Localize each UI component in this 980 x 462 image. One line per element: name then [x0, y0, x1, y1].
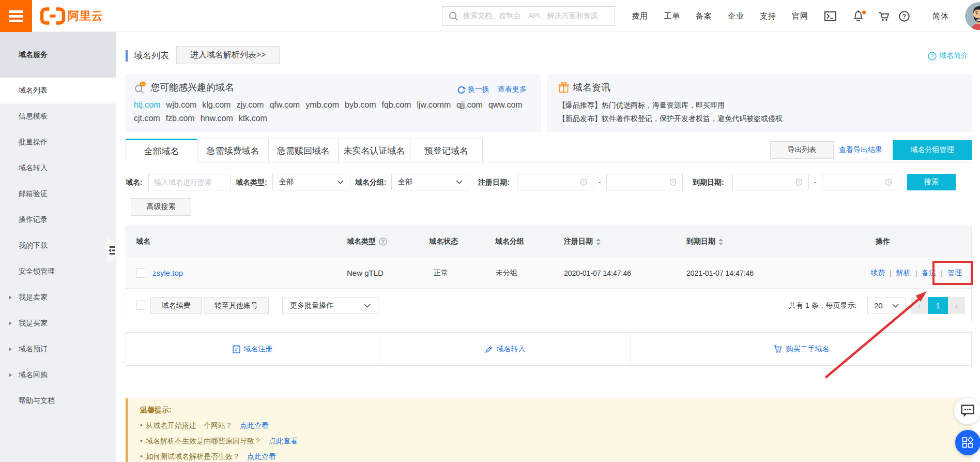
suggested-domain[interactable]: qjj.com: [456, 100, 483, 109]
nav-item-website[interactable]: 官网: [792, 11, 808, 21]
col-operations: 操作: [876, 226, 890, 257]
goto-dns-list-button[interactable]: 进入域名解析列表>>: [176, 46, 280, 64]
language-switch[interactable]: 简体: [932, 0, 949, 32]
alibaba-cloud-logo[interactable]: 阿里云: [40, 5, 103, 27]
sidebar-item-security-lock[interactable]: 安全锁管理: [0, 259, 116, 285]
batch-bar: 域名续费 转至其他账号 更多批量操作 共有 1 条，每页显示: 20 ‹ 1 ›: [126, 289, 971, 322]
sidebar-item-buyer[interactable]: 我是买家: [0, 310, 116, 336]
tab-renew-urgent[interactable]: 急需续费域名: [197, 139, 269, 162]
sidebar-item-email-verify[interactable]: 邮箱验证: [0, 181, 116, 207]
console-terminal-button[interactable]: [824, 0, 836, 32]
refresh-domains-link[interactable]: 换一换: [457, 85, 489, 94]
quicklink-transfer-in[interactable]: 域名转入: [379, 333, 631, 365]
suggested-domain[interactable]: fzb.com: [166, 114, 195, 123]
export-list-button[interactable]: 导出列表: [770, 141, 834, 159]
tab-not-verified[interactable]: 未实名认证域名: [339, 139, 410, 162]
tab-all-domains[interactable]: 全部域名: [126, 139, 197, 162]
reg-date-start-input[interactable]: [517, 174, 593, 190]
nav-item-billing[interactable]: 费用: [632, 11, 648, 21]
suggested-domain[interactable]: zjy.com: [236, 100, 264, 109]
view-more-domains-link[interactable]: 查看更多: [498, 85, 527, 94]
apps-launcher-button[interactable]: [955, 430, 980, 455]
notice-link[interactable]: 点此查看: [269, 437, 298, 445]
prev-page-button[interactable]: ‹: [911, 297, 928, 314]
nav-item-icp[interactable]: 备案: [696, 11, 712, 21]
filter-type-label: 域名类型:: [236, 178, 267, 187]
current-page[interactable]: 1: [928, 297, 948, 314]
help-circle-icon[interactable]: ?: [379, 237, 387, 246]
suggested-domain[interactable]: byb.com: [345, 100, 376, 109]
tab-preregister[interactable]: 预登记域名: [410, 139, 483, 162]
reg-date-end-input[interactable]: [606, 174, 683, 190]
row-domain-status: 正常: [434, 257, 448, 289]
suggested-domain[interactable]: ktk.com: [239, 114, 267, 123]
hamburger-menu-button[interactable]: [0, 0, 32, 32]
sort-icon[interactable]: [596, 239, 601, 245]
quicklink-register[interactable]: 域名注册: [126, 333, 379, 365]
sidebar-item-domain-reserve[interactable]: 域名预订: [0, 336, 116, 362]
quicklink-buy-secondhand[interactable]: 购买二手域名: [631, 333, 971, 365]
suggested-domain[interactable]: fqb.com: [382, 100, 411, 109]
suggested-domain[interactable]: wjb.com: [166, 100, 197, 109]
domain-type-value: 全部: [279, 177, 294, 187]
tab-redeem-urgent[interactable]: 急需赎回域名: [269, 139, 339, 162]
avatar[interactable]: [965, 2, 980, 30]
sidebar-item-label: 域名回购: [19, 370, 48, 380]
suggested-domain[interactable]: qfw.com: [269, 100, 300, 109]
sidebar-item-info-template[interactable]: 信息模板: [0, 103, 116, 129]
suggested-domain[interactable]: hnw.com: [201, 114, 233, 123]
domain-search-input[interactable]: [149, 178, 231, 186]
row-checkbox[interactable]: [136, 269, 145, 278]
batch-more-select[interactable]: 更多批量操作: [282, 297, 378, 314]
select-all-checkbox[interactable]: [136, 301, 145, 310]
sidebar-item-seller[interactable]: 我是卖家: [0, 285, 116, 310]
date-range-separator: -: [599, 178, 601, 186]
sidebar-item-domain-transfer-in[interactable]: 域名转入: [0, 155, 116, 181]
nav-item-tickets[interactable]: 工单: [664, 11, 680, 21]
sidebar-item-my-downloads[interactable]: 我的下载: [0, 233, 116, 259]
domain-intro-link[interactable]: ? 域名简介: [928, 51, 968, 61]
topbar-search-input[interactable]: 搜索文档、控制台、API、解决方案和资源: [442, 6, 615, 26]
cart-button[interactable]: [878, 0, 891, 32]
news-item[interactable]: 【爆品推荐】热门优选商标，海量资源库，即买即用: [558, 101, 725, 110]
suggested-domain[interactable]: ymb.com: [305, 100, 339, 109]
suggested-domain[interactable]: cjt.com: [134, 114, 160, 123]
page-size-select[interactable]: 20: [867, 297, 906, 314]
feedback-chat-button[interactable]: [954, 398, 980, 424]
sidebar-item-help-docs[interactable]: 帮助与文档: [0, 388, 116, 414]
domain-type-select[interactable]: 全部: [272, 174, 350, 190]
notice-link[interactable]: 点此查看: [247, 452, 276, 460]
suggested-domain[interactable]: htj.com: [134, 100, 161, 109]
sidebar-item-domain-buyback[interactable]: 域名回购: [0, 362, 116, 388]
help-button[interactable]: ?: [899, 0, 910, 32]
sidebar-item-domain-list[interactable]: 域名列表: [0, 78, 116, 103]
nav-item-support[interactable]: 支持: [760, 11, 776, 21]
view-export-result-link[interactable]: 查看导出结果: [839, 145, 882, 155]
sidebar-item-operation-log[interactable]: 操作记录: [0, 207, 116, 233]
action-resolve-link[interactable]: 解析: [896, 269, 911, 278]
suggested-domain[interactable]: ljw.comm: [417, 100, 451, 109]
exp-date-end-input[interactable]: [822, 174, 898, 190]
row-domain-link[interactable]: zsyle.top: [152, 269, 183, 277]
batch-more-value: 更多批量操作: [290, 301, 333, 310]
news-item[interactable]: 【新品发布】软件著作权登记，保护开发者权益，避免代码被盗或侵权: [558, 114, 783, 124]
domain-group-select[interactable]: 全部: [391, 174, 469, 190]
search-button[interactable]: 搜索: [907, 174, 956, 190]
sidebar-item-batch-operation[interactable]: 批量操作: [0, 129, 116, 155]
sidebar-item-label: 批量操作: [19, 138, 48, 147]
domain-group-manage-button[interactable]: 域名分组管理: [893, 140, 972, 160]
suggested-domain[interactable]: klg.com: [202, 100, 231, 109]
refresh-icon: [457, 85, 466, 94]
action-renew-link[interactable]: 续费: [870, 269, 885, 278]
nav-item-enterprise[interactable]: 企业: [728, 11, 744, 21]
batch-renew-button[interactable]: 域名续费: [150, 297, 202, 314]
col-group: 域名分组: [495, 226, 524, 257]
next-page-button[interactable]: ›: [948, 297, 965, 314]
suggested-domain[interactable]: qww.com: [488, 100, 523, 109]
advanced-search-button[interactable]: 高级搜索: [131, 198, 191, 216]
sort-icon[interactable]: [718, 239, 723, 245]
batch-transfer-button[interactable]: 转至其他账号: [204, 297, 269, 314]
notice-link[interactable]: 点此查看: [240, 421, 269, 429]
notifications-button[interactable]: [853, 0, 866, 32]
exp-date-start-input[interactable]: [732, 174, 809, 190]
